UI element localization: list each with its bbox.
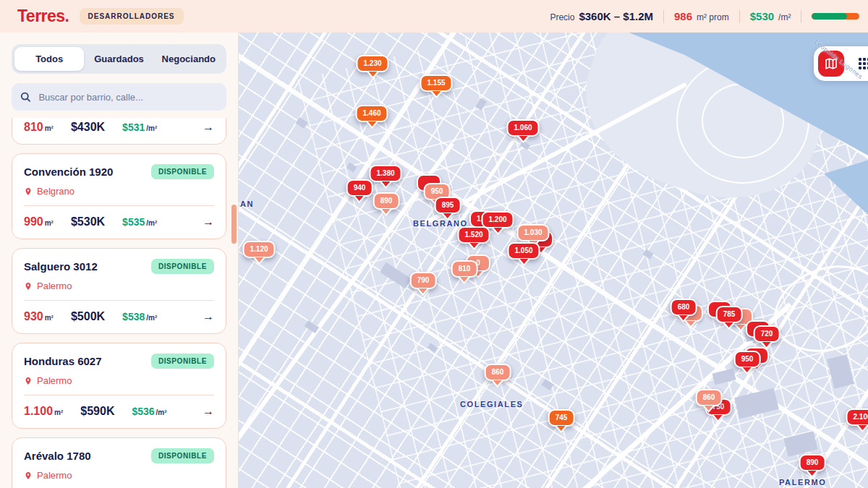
- price-marker[interactable]: 890: [373, 192, 400, 210]
- price-marker[interactable]: 680: [671, 299, 697, 316]
- map-canvas[interactable]: 1.2301.1551.4601.0601.3809408909508951.3…: [239, 33, 868, 488]
- price-per-m2-value: $530: [750, 10, 774, 22]
- property-card[interactable]: Salguero 3012 DISPONIBLE Palermo 930m² $…: [12, 248, 226, 334]
- location-name: Palermo: [37, 470, 72, 481]
- property-location: Palermo: [24, 281, 214, 291]
- price-marker[interactable]: 890: [799, 454, 826, 471]
- card-divider: [24, 395, 214, 395]
- property-list: 810m² $430K $531/m² → Convención 1920 DI…: [12, 118, 226, 488]
- app-logo: Terres.: [17, 7, 69, 26]
- price-marker[interactable]: 1.200: [481, 211, 514, 228]
- stat-avg-area: 986 m² prom: [674, 10, 729, 22]
- metric-area: 930m²: [24, 310, 54, 323]
- avg-area-unit: m² prom: [697, 12, 729, 22]
- metric-price: $530K: [71, 215, 105, 228]
- status-badge: DISPONIBLE: [151, 448, 214, 463]
- price-marker[interactable]: 720: [754, 325, 780, 343]
- property-location: Belgrano: [24, 186, 214, 197]
- price-marker[interactable]: 950: [734, 351, 761, 368]
- avg-area-value: 986: [674, 10, 692, 22]
- tab-todos[interactable]: Todos: [14, 47, 84, 71]
- card-metrics: 810m² $430K $531/m² →: [24, 121, 214, 134]
- tab-guardados[interactable]: Guardados: [84, 47, 153, 71]
- property-location: Palermo: [24, 375, 214, 386]
- property-title: Salguero 3012: [24, 260, 98, 273]
- sidebar: TodosGuardadosNegociando 810m² $430K $53…: [0, 33, 239, 488]
- property-card[interactable]: 810m² $430K $531/m² →: [12, 118, 226, 145]
- card-top: Arévalo 1780 DISPONIBLE Palermo: [24, 448, 214, 488]
- property-card[interactable]: Arévalo 1780 DISPONIBLE Palermo 910m² $4…: [12, 437, 226, 488]
- property-location: Palermo: [24, 470, 214, 481]
- price-range-value: $360K – $1.2M: [579, 10, 653, 22]
- card-top: Honduras 6027 DISPONIBLE Palermo: [24, 354, 214, 395]
- price-marker[interactable]: 1.520: [457, 226, 490, 244]
- tab-negociando[interactable]: Negociando: [154, 47, 224, 71]
- metric-price: $430K: [71, 121, 105, 134]
- card-divider: [24, 205, 214, 206]
- metric-price-per-m2: $536/m²: [132, 405, 166, 418]
- price-marker[interactable]: 860: [696, 389, 723, 406]
- progress-bar: [812, 13, 859, 20]
- card-arrow-button[interactable]: →: [203, 215, 214, 228]
- price-marker[interactable]: 895: [435, 197, 461, 214]
- price-marker[interactable]: 790: [410, 272, 437, 289]
- map-area-label: AN: [240, 200, 254, 208]
- search-icon: [20, 91, 30, 103]
- card-metrics: 1.100m² $590K $536/m² →: [24, 405, 214, 418]
- app-window: Terres. DESARROLLADORES Precio $360K – $…: [0, 0, 868, 488]
- price-marker[interactable]: 1.230: [356, 55, 388, 72]
- metric-price-per-m2: $535/m²: [122, 215, 157, 228]
- location-pin-icon: [24, 187, 33, 196]
- price-marker[interactable]: 860: [485, 364, 511, 381]
- divider: [739, 10, 740, 23]
- metric-price: $500K: [71, 310, 105, 323]
- card-arrow-button[interactable]: →: [203, 310, 214, 323]
- property-title: Honduras 6027: [24, 355, 102, 367]
- card-divider: [24, 300, 214, 301]
- price-marker[interactable]: 1.460: [355, 105, 388, 122]
- price-marker[interactable]: 2.100: [846, 408, 868, 426]
- card-arrow-button[interactable]: →: [203, 405, 214, 418]
- status-badge: DISPONIBLE: [151, 259, 214, 274]
- location-pin-icon: [24, 377, 33, 385]
- stat-price-range: Precio $360K – $1.2M: [550, 10, 653, 22]
- price-marker[interactable]: 1.120: [242, 241, 275, 258]
- price-marker[interactable]: 1.060: [506, 119, 539, 137]
- location-name: Palermo: [37, 281, 72, 291]
- price-marker[interactable]: 1.050: [507, 242, 540, 260]
- price-label: Precio: [550, 12, 574, 22]
- card-top: Convención 1920 DISPONIBLE Belgrano: [24, 164, 214, 206]
- app-header: Terres. DESARROLLADORES Precio $360K – $…: [0, 0, 868, 33]
- price-per-m2-unit: /m²: [778, 12, 791, 22]
- stat-price-per-m2: $530 /m²: [750, 10, 791, 22]
- price-marker[interactable]: 745: [548, 409, 575, 427]
- developers-badge[interactable]: DESARROLLADORES: [80, 8, 184, 25]
- price-marker[interactable]: 1.030: [516, 224, 549, 241]
- metric-price-per-m2: $531/m²: [122, 121, 157, 134]
- map-area-label: PALERMO: [779, 478, 826, 487]
- sidebar-scrollbar[interactable]: [231, 205, 237, 244]
- search-input[interactable]: [37, 91, 218, 103]
- price-marker[interactable]: 1.155: [420, 74, 452, 92]
- grid-view-icon: [859, 58, 868, 69]
- status-badge: DISPONIBLE: [151, 164, 214, 179]
- card-top: Salguero 3012 DISPONIBLE Palermo: [24, 259, 214, 301]
- price-marker[interactable]: 940: [346, 179, 373, 197]
- map-area-label: COLEGIALES: [460, 400, 524, 408]
- tab-bar: TodosGuardadosNegociando: [12, 44, 226, 74]
- metric-area: 1.100m²: [24, 405, 63, 418]
- map-area-label: BELGRANO: [413, 219, 468, 228]
- property-title: Convención 1920: [24, 166, 113, 178]
- price-marker[interactable]: 810: [451, 260, 478, 278]
- header-stats: Precio $360K – $1.2M 986 m² prom $530 /m…: [550, 0, 868, 33]
- status-badge: DISPONIBLE: [151, 354, 214, 369]
- card-metrics: 930m² $500K $538/m² →: [24, 310, 214, 323]
- property-card[interactable]: Honduras 6027 DISPONIBLE Palermo 1.100m²…: [12, 343, 226, 429]
- location-pin-icon: [24, 282, 33, 291]
- property-card[interactable]: Convención 1920 DISPONIBLE Belgrano 990m…: [12, 153, 226, 239]
- price-marker[interactable]: 1.380: [369, 165, 401, 182]
- price-marker[interactable]: 785: [716, 306, 743, 323]
- search-box[interactable]: [12, 83, 226, 111]
- divider: [801, 10, 801, 23]
- card-arrow-button[interactable]: →: [203, 121, 214, 134]
